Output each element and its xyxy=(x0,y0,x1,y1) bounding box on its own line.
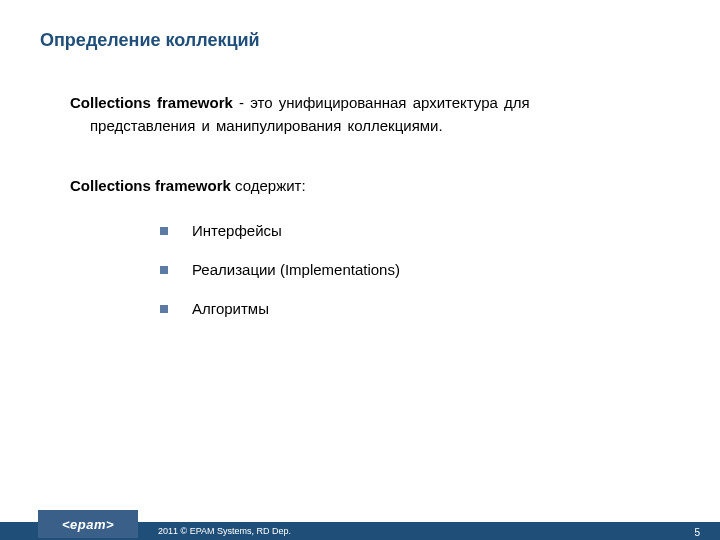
bullet-square-icon xyxy=(160,227,168,235)
footer-logo-block: <epam> xyxy=(38,510,138,538)
term-rest-line1: - это унифицированная архитектура для xyxy=(233,94,530,111)
contains-rest: содержит: xyxy=(231,177,306,194)
bullet-item: Реализации (Implementations) xyxy=(160,261,660,278)
term-line2: представления и манипулирования коллекци… xyxy=(90,115,660,138)
paragraph-definition: Collections framework - это унифицирован… xyxy=(70,92,660,137)
slide-content: Collections framework - это унифицирован… xyxy=(70,92,660,339)
paragraph-contains: Collections framework содержит: xyxy=(70,177,660,194)
term-bold: Collections framework xyxy=(70,94,233,111)
bullet-text: Алгоритмы xyxy=(192,300,269,317)
epam-logo: <epam> xyxy=(62,517,114,532)
slide: Определение коллекций Collections framew… xyxy=(0,0,720,540)
contains-bold: Collections framework xyxy=(70,177,231,194)
bullet-list: Интерфейсы Реализации (Implementations) … xyxy=(160,222,660,317)
bullet-item: Алгоритмы xyxy=(160,300,660,317)
slide-title: Определение коллекций xyxy=(40,30,260,51)
bullet-square-icon xyxy=(160,305,168,313)
bullet-square-icon xyxy=(160,266,168,274)
bullet-item: Интерфейсы xyxy=(160,222,660,239)
bullet-text: Интерфейсы xyxy=(192,222,282,239)
page-number: 5 xyxy=(694,527,700,538)
footer-copyright: 2011 © EPAM Systems, RD Dep. xyxy=(158,524,291,538)
bullet-text: Реализации (Implementations) xyxy=(192,261,400,278)
